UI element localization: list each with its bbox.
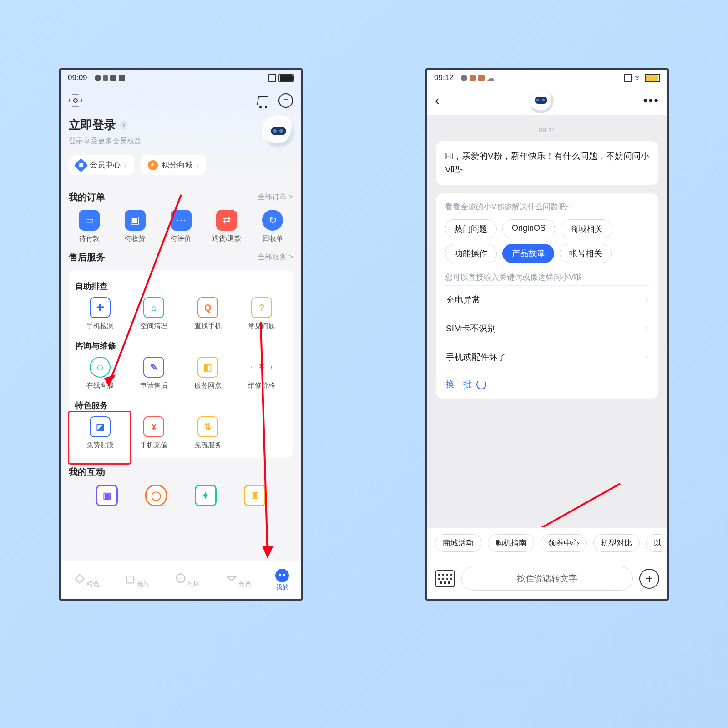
more-icon[interactable]: ••• [643,93,659,108]
interact-icon-3[interactable]: ✦ [195,485,217,506]
login-title: 立即登录 [69,117,116,133]
refresh-icon [476,379,486,389]
chip-account[interactable]: 帐号相关 [560,244,612,263]
status-bar: 09:09 [61,70,301,86]
back-icon[interactable]: ‹ [435,93,439,108]
order-pending-review[interactable]: ⋯待评价 [161,210,202,243]
interact-icon-4[interactable]: ♜ [244,485,266,506]
interact-icon-2[interactable]: ◯ [145,485,167,506]
chip-fault[interactable]: 产品故障 [502,244,554,263]
orders-section: 我的订单 全部订单 > ▭待付款 ▣待收货 ⋯待评价 ⇄退货/退款 ↻回收单 [61,183,301,243]
phone-check[interactable]: ✚手机检测 [75,297,125,330]
login-subtitle: 登录享受更多会员权益 [69,136,142,146]
nav-mine[interactable]: 我的 [275,569,289,592]
chip-originos[interactable]: OriginOS [502,219,555,238]
service-more[interactable]: 全部服务 > [258,253,293,262]
faq[interactable]: ?常见问题 [237,297,287,330]
order-pending-receive[interactable]: ▣待收货 [115,210,156,243]
nav-community[interactable]: 社区 [174,572,200,588]
nav-shop[interactable]: 选购 [123,572,150,588]
phone-recharge[interactable]: ¥手机充值 [129,416,179,450]
s-coupon[interactable]: 领券中心 [541,534,587,552]
special-service-title: 特色服务 [75,400,287,411]
chat-header: ‹ ••• [427,86,667,115]
wifi-icon: ᯤ [634,73,642,83]
self-diag-title: 自助排查 [75,281,287,292]
s-trade[interactable]: 以 [646,534,667,552]
chat-input-bar: 按住说话转文字 + [427,558,667,599]
chip-function[interactable]: 功能操作 [445,244,497,263]
sim-icon-2 [624,74,632,82]
order-refund[interactable]: ⇄退货/退款 [206,210,247,243]
member-center-pill[interactable]: 会员中心 › [69,155,134,175]
message-icon[interactable]: = [278,93,293,108]
topic-panel: 看看全能的小V都能解决什么问题吧~ 热门问题 OriginOS 商城相关 功能操… [436,193,658,399]
svg-point-7 [180,577,181,578]
svg-point-6 [179,577,180,578]
space-clean[interactable]: ⌂空间清理 [129,297,179,330]
panel-hint2: 您可以直接输入关键词或像这样问小V哦 [445,272,649,283]
login-block[interactable]: 立即登录 › 登录享受更多会员权益 [69,117,293,146]
sim-icon [268,74,276,82]
suggestion-bar: 商城活动 购机指南 领券中心 机型对比 以 [427,527,667,558]
cart-icon[interactable] [257,95,269,106]
points-mall-pill[interactable]: 积分商城 › [141,155,206,175]
interact-title: 我的互动 [69,466,105,478]
orders-more[interactable]: 全部订单 > [258,192,293,202]
status-time: 09:09 [68,73,87,82]
service-point[interactable]: ◧服务网点 [183,357,233,390]
star-icon [148,160,158,170]
service-title: 售后服务 [69,251,105,263]
repair-price[interactable]: ¥维修价格 [237,357,287,390]
s-mall-activity[interactable]: 商城活动 [435,534,481,552]
nav-featured[interactable]: 精选 [73,572,99,588]
q-broken[interactable]: 手机或配件坏了› [445,343,649,371]
battery-icon [278,74,294,82]
keyboard-icon[interactable] [435,570,455,587]
q-charging[interactable]: 充电异常› [445,285,649,314]
svg-marker-3 [262,546,273,559]
interact-icon-1[interactable]: ▣ [96,485,118,506]
s-buy-guide[interactable]: 购机指南 [488,534,534,552]
phone-profile: 09:09 = 立即登录 › 登录享受更多会员权益 [59,68,303,601]
svg-rect-4 [126,576,134,583]
apply-aftersale[interactable]: ✎申请售后 [129,357,179,390]
chat-avatar [528,88,554,113]
bottom-nav: 精选 选购 社区 会员 我的 [61,561,301,599]
plus-icon[interactable]: + [639,569,659,589]
order-pending-pay[interactable]: ▭待付款 [69,210,110,243]
settings-icon[interactable] [69,94,82,107]
diamond-icon [74,158,88,172]
robot-avatar [262,115,295,148]
phone-chat: 09:12 ☁ ᯤ ‹ ••• 09:11 Hi，亲爱的V粉，新年快乐！有什么问… [425,68,669,601]
online-service[interactable]: ☺在线客服 [75,357,125,390]
battery-icon-2 [645,74,660,82]
q-sim[interactable]: SIM卡不识别› [445,314,649,343]
chip-hot[interactable]: 热门问题 [445,219,497,238]
chevron-right-icon: › [120,120,128,130]
interact-section: 我的互动 ▣ ◯ ✦ ♜ [61,458,301,510]
orders-title: 我的订单 [69,191,105,203]
voice-input[interactable]: 按住说话转文字 [461,567,633,591]
nav-member[interactable]: 会员 [225,572,251,588]
highlight-online-service [68,411,131,465]
find-phone[interactable]: Q查找手机 [183,297,233,330]
order-recycle[interactable]: ↻回收单 [252,210,293,243]
refresh-batch[interactable]: 换一批 [445,371,649,394]
chip-mall[interactable]: 商城相关 [561,219,612,238]
free-data[interactable]: ⇅免流服务 [183,416,233,450]
svg-point-8 [182,577,183,578]
chat-timestamp: 09:11 [436,126,658,134]
profile-header: = 立即登录 › 登录享受更多会员权益 会员中心 › 积分商城 › [61,86,301,183]
s-compare[interactable]: 机型对比 [593,534,640,552]
status-time-2: 09:12 [434,73,454,82]
greeting-bubble: Hi，亲爱的V粉，新年快乐！有什么问题，不妨问问小V吧~ [436,141,658,185]
status-bar-2: 09:12 ☁ ᯤ [427,70,667,86]
consult-repair-title: 咨询与维修 [75,340,287,351]
panel-hint: 看看全能的小V都能解决什么问题吧~ [445,202,649,212]
